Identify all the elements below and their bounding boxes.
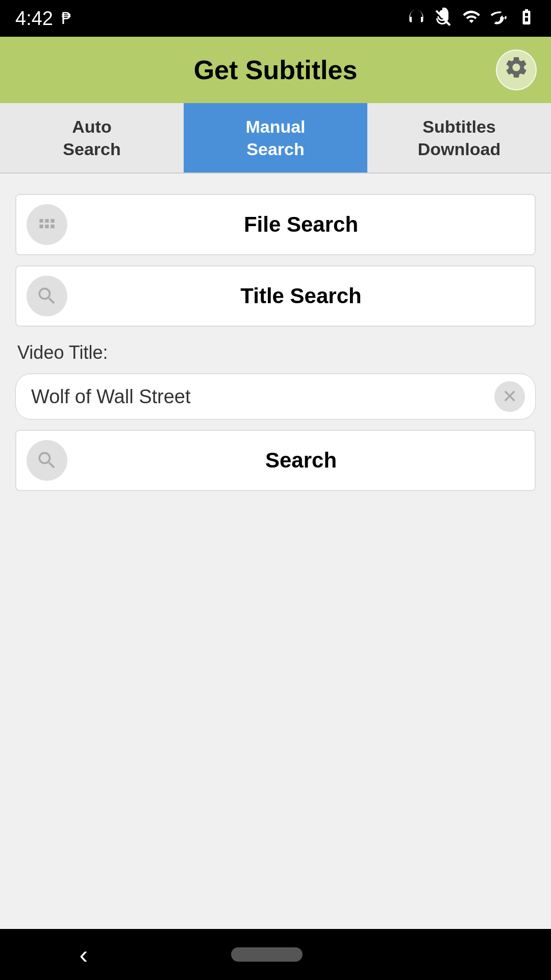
video-title-label: Video Title: bbox=[15, 342, 536, 363]
battery-icon bbox=[517, 8, 536, 30]
file-search-label: File Search bbox=[78, 212, 524, 237]
app-title: Get Subtitles bbox=[194, 55, 358, 85]
back-button[interactable]: ‹ bbox=[64, 935, 104, 974]
settings-button[interactable] bbox=[496, 50, 537, 90]
file-search-button[interactable]: File Search bbox=[15, 194, 536, 255]
home-pill[interactable] bbox=[231, 947, 303, 962]
nav-bar: ‹ bbox=[0, 929, 551, 980]
tab-auto-search[interactable]: Auto Search bbox=[0, 103, 184, 173]
tab-subtitles-download[interactable]: Subtitles Download bbox=[367, 103, 551, 173]
status-bar-left: 4:42 ₱ bbox=[15, 8, 71, 30]
video-title-input[interactable] bbox=[31, 386, 494, 408]
title-search-button[interactable]: Title Search bbox=[15, 265, 536, 327]
title-search-label: Title Search bbox=[78, 284, 524, 308]
close-icon: ✕ bbox=[502, 386, 517, 407]
tab-bar: Auto Search Manual Search Subtitles Down… bbox=[0, 103, 551, 174]
app-header: Get Subtitles bbox=[0, 37, 551, 103]
search-label: Search bbox=[78, 448, 524, 473]
signal-icon bbox=[490, 8, 508, 30]
video-title-input-container: ✕ bbox=[15, 374, 536, 420]
status-currency-icon: ₱ bbox=[61, 9, 71, 28]
headphone-icon bbox=[407, 8, 425, 30]
mute-icon bbox=[435, 8, 453, 30]
grid-icon bbox=[27, 204, 67, 245]
gear-icon bbox=[504, 55, 529, 85]
search-circle-icon bbox=[27, 276, 67, 316]
main-content: File Search Title Search Video Title: ✕ … bbox=[0, 174, 551, 929]
status-time: 4:42 bbox=[15, 8, 53, 30]
wifi-icon bbox=[462, 8, 481, 30]
tab-manual-search[interactable]: Manual Search bbox=[184, 103, 367, 173]
clear-button[interactable]: ✕ bbox=[494, 381, 525, 412]
search-button[interactable]: Search bbox=[15, 430, 536, 491]
status-bar-right bbox=[407, 8, 536, 30]
search-icon bbox=[27, 440, 67, 481]
status-bar: 4:42 ₱ bbox=[0, 0, 551, 37]
